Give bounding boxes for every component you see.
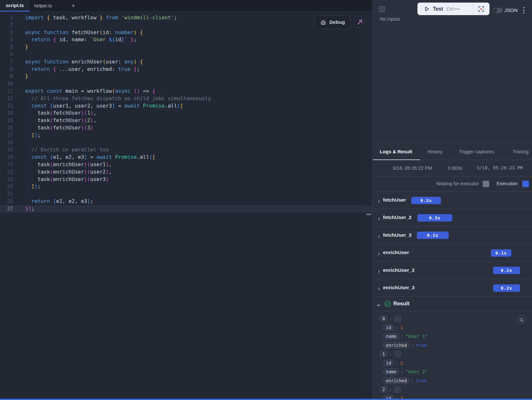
result-field-row: id:1 xyxy=(373,323,532,332)
result-array-index-row: 2:- xyxy=(373,385,532,394)
line-number: 1 xyxy=(0,14,13,22)
timeline-row-fetchUser_3[interactable]: fetchUser_30.2s xyxy=(373,226,532,244)
code-line[interactable]: 10 xyxy=(0,80,372,88)
chevron-right-icon xyxy=(377,269,381,275)
code-line[interactable]: 12 // All three fetches dispatch as chil… xyxy=(0,95,372,102)
code-line[interactable]: 15 task(fetchUser)(2), xyxy=(0,117,372,124)
code-line[interactable]: 18 xyxy=(0,139,372,147)
collapse-panel-icon[interactable] xyxy=(379,6,385,13)
json-key-pill[interactable]: id xyxy=(383,360,394,366)
code-line[interactable]: 3async function fetchUser(id: number) { xyxy=(0,29,372,36)
result-array-index-row: 0:- xyxy=(373,314,532,323)
duration-bar[interactable]: 0.2s xyxy=(417,232,449,239)
debug-button[interactable]: Debug xyxy=(314,15,351,29)
duration-bar[interactable]: 0.1s xyxy=(491,249,511,257)
code-line[interactable]: 4 return { id, name: `User ${id}` }; xyxy=(0,36,372,43)
logs-tab-tracing[interactable]: Tracing xyxy=(513,143,528,160)
timeline-row-enrichUser_2[interactable]: enrichUser_20.2s xyxy=(373,262,532,279)
no-inputs-label: No inputs xyxy=(380,16,400,22)
code-line[interactable]: 14 task(fetchUser)(1), xyxy=(0,110,372,117)
run-duration: 0.803s xyxy=(448,165,462,171)
code-line[interactable]: 6 xyxy=(0,51,372,58)
result-json-viewer: 0:-id:1name:"User 1"enriched:true1:-id:2… xyxy=(373,311,532,400)
collapse-toggle-pill[interactable]: - xyxy=(394,386,401,393)
capture-test-button[interactable] xyxy=(473,6,490,12)
line-number: 16 xyxy=(0,124,13,132)
json-key-pill[interactable]: 2 xyxy=(380,386,387,393)
editor-scroll-gutter xyxy=(366,12,367,400)
json-toggle[interactable] xyxy=(493,8,503,13)
duration-bar[interactable]: 0.3s xyxy=(417,214,452,222)
colon: : xyxy=(389,351,392,357)
code-line[interactable]: 24 ]); xyxy=(0,183,372,190)
duration-bar[interactable]: 0.2s xyxy=(493,284,520,292)
code-line[interactable]: 21 task(enrichUser)(user1), xyxy=(0,161,372,168)
test-button[interactable]: Test Ctrl+↵ xyxy=(417,6,472,12)
timeline-row-enrichUser[interactable]: enrichUser0.1s xyxy=(373,244,532,261)
json-value-number: 2 xyxy=(400,360,403,366)
json-key-pill[interactable]: 1 xyxy=(380,351,387,357)
result-field-row: enriched:true xyxy=(373,376,532,385)
code-line[interactable]: 11export const main = workflow(async () … xyxy=(0,88,372,95)
line-number: 15 xyxy=(0,117,13,124)
code-line[interactable]: 25 xyxy=(0,190,372,198)
code-line[interactable]: 23 task(enrichUser)(user3) xyxy=(0,176,372,183)
json-key-pill[interactable]: id xyxy=(383,324,394,331)
json-key-pill[interactable]: enriched xyxy=(383,377,409,384)
windmill-script-editor: script.ts helper.ts + 1import { task, wo… xyxy=(0,0,532,400)
timeline-legend: Waiting for executor Execution xyxy=(373,176,532,191)
code-line[interactable]: 9} xyxy=(0,73,372,80)
code-line[interactable]: 16 task(fetchUser)(3) xyxy=(0,124,372,132)
tab-script-ts[interactable]: script.ts xyxy=(0,0,30,12)
line-number: 4 xyxy=(0,36,13,43)
json-key-pill[interactable]: enriched xyxy=(383,342,409,348)
json-key-pill[interactable]: 0 xyxy=(380,315,387,322)
line-number: 27 xyxy=(0,205,13,213)
job-name: fetchUser xyxy=(383,197,406,203)
result-title: Result xyxy=(393,300,409,307)
line-number: 9 xyxy=(0,73,13,80)
colon: : xyxy=(395,360,398,366)
code-line[interactable]: 19 // Enrich in parallel too xyxy=(0,146,372,154)
json-value-boolean: true xyxy=(416,343,427,348)
new-tab-button[interactable]: + xyxy=(69,0,78,12)
code-line[interactable]: 5} xyxy=(0,43,372,51)
duration-bar[interactable]: 0.2s xyxy=(411,197,441,204)
code-line[interactable]: 20 const [e1, e2, e3] = await Promise.al… xyxy=(0,154,372,161)
code-line[interactable]: 7async function enrichUser(user: any) { xyxy=(0,58,372,66)
ai-wand-button[interactable] xyxy=(355,17,364,27)
editor-scrollbar-thumb[interactable] xyxy=(367,214,371,215)
chevron-right-icon xyxy=(377,216,381,222)
timeline-row-enrichUser_3[interactable]: enrichUser_30.2s xyxy=(373,279,532,296)
code-line[interactable]: 8 return { ...user, enriched: true }; xyxy=(0,66,372,73)
logs-tab-trigger-captures[interactable]: Trigger captures xyxy=(459,143,494,160)
code-line[interactable]: 13 const [user1, user2, user3] = await P… xyxy=(0,102,372,110)
collapse-toggle-pill[interactable]: - xyxy=(394,315,401,322)
tab-script-ts-label: script.ts xyxy=(6,3,24,8)
json-key-pill[interactable]: name xyxy=(383,333,399,339)
line-number: 13 xyxy=(0,102,13,110)
more-options-icon[interactable] xyxy=(521,6,526,14)
viewfinder-record-icon xyxy=(478,6,484,12)
job-name: fetchUser_2 xyxy=(383,214,412,220)
json-key-pill[interactable]: name xyxy=(383,368,399,375)
code-line[interactable]: 17 ]); xyxy=(0,132,372,139)
duration-bar[interactable]: 0.2s xyxy=(493,267,520,274)
line-number: 3 xyxy=(0,29,13,36)
chevron-right-icon xyxy=(377,234,381,240)
code-line[interactable]: 22 task(enrichUser)(user2), xyxy=(0,168,372,176)
line-number: 26 xyxy=(0,198,13,205)
timeline-row-fetchUser_2[interactable]: fetchUser_20.3s xyxy=(373,209,532,226)
logs-tab-logs-result[interactable]: Logs & Result xyxy=(380,143,412,160)
timeline-row-fetchUser[interactable]: fetchUser0.2s xyxy=(373,191,532,209)
line-number: 22 xyxy=(0,168,13,176)
run-meta-row: 3/18, 05:26:22 PM 0.803s 3/18, 05:26:23 … xyxy=(373,160,532,176)
code-line[interactable]: 27}); xyxy=(0,205,372,213)
logs-tab-history[interactable]: History xyxy=(427,143,443,160)
code-area[interactable]: 1import { task, workflow } from 'windmil… xyxy=(0,12,372,213)
line-number: 25 xyxy=(0,190,13,198)
code-line[interactable]: 26 return [e1, e2, e3]; xyxy=(0,198,372,205)
collapse-toggle-pill[interactable]: - xyxy=(394,351,401,357)
result-header[interactable]: Result xyxy=(373,296,532,311)
tab-helper-ts[interactable]: helper.ts xyxy=(30,0,57,12)
